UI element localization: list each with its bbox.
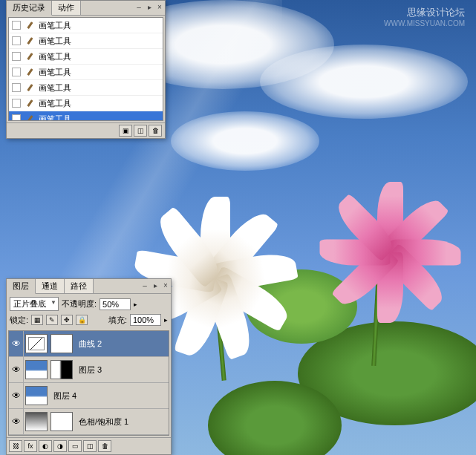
layer-item[interactable]: 👁 图层 3 (9, 357, 169, 383)
lock-transparency-icon[interactable]: ▦ (31, 315, 43, 325)
history-footer: ▣ ◫ 🗑 (7, 122, 165, 138)
tab-channels[interactable]: 通道 (36, 279, 65, 293)
brush-icon (24, 97, 36, 109)
lotus-pink (316, 145, 465, 293)
watermark: 思缘设计论坛 WWW.MISSYUAN.COM (384, 6, 465, 27)
blend-mode-dropdown[interactable]: 正片叠底 (10, 297, 59, 311)
layers-panel: 图层 通道 路径 – ▸ × 正片叠底 不透明度: 50% ▸ 锁定: ▦ ✎ … (6, 278, 172, 455)
layer-name[interactable]: 图层 4 (49, 390, 76, 402)
chevron-right-icon[interactable]: ▸ (164, 316, 168, 324)
tab-actions[interactable]: 动作 (52, 1, 81, 15)
minimize-icon[interactable]: – (134, 3, 144, 13)
history-item-label: 画笔工具 (39, 36, 71, 47)
new-group-icon[interactable]: ▭ (68, 440, 82, 452)
trash-icon[interactable]: 🗑 (149, 125, 162, 137)
layer-item[interactable]: 👁 曲线 2 (9, 331, 169, 357)
opacity-label: 不透明度: (62, 298, 97, 310)
add-mask-icon[interactable]: ◐ (39, 440, 52, 452)
new-state-icon[interactable]: ◫ (134, 125, 147, 137)
history-item-label: 画笔工具 (39, 20, 71, 31)
layer-name[interactable]: 图层 3 (74, 364, 102, 376)
brush-icon (24, 35, 36, 47)
layer-name[interactable]: 色相/饱和度 1 (74, 416, 128, 428)
history-panel-header: 历史记录 动作 – ▸ × (7, 1, 165, 16)
history-item[interactable]: 画笔工具 (9, 18, 163, 33)
history-item[interactable]: 画笔工具 (9, 80, 163, 96)
menu-icon[interactable]: ▸ (144, 3, 154, 13)
layers-footer: ⛓ fx ◐ ◑ ▭ ◫ 🗑 (7, 437, 171, 454)
layers-list: 👁 曲线 2 👁 图层 3 👁 图层 4 👁 色相/饱和度 1 (8, 330, 169, 436)
watermark-main: 思缘设计论坛 (384, 6, 465, 19)
trash-icon[interactable]: 🗑 (98, 440, 111, 452)
menu-icon[interactable]: ▸ (150, 281, 160, 292)
opacity-input[interactable]: 50% (100, 298, 131, 310)
tab-history[interactable]: 历史记录 (7, 1, 52, 16)
new-layer-icon[interactable]: ◫ (83, 440, 97, 452)
visibility-icon[interactable]: 👁 (9, 383, 24, 408)
lock-label: 锁定: (10, 315, 28, 326)
brush-icon (24, 113, 36, 121)
layer-thumbnail[interactable] (25, 360, 48, 379)
chevron-right-icon[interactable]: ▸ (134, 301, 137, 308)
layers-controls: 正片叠底 不透明度: 50% ▸ 锁定: ▦ ✎ ✥ 🔒 填充: 100% ▸ (7, 294, 171, 329)
layer-name[interactable]: 曲线 2 (74, 338, 102, 350)
history-item-label: 画笔工具 (39, 98, 71, 109)
layer-thumbnail[interactable] (25, 386, 48, 405)
new-snapshot-icon[interactable]: ▣ (119, 125, 132, 137)
adjustment-layer-icon[interactable]: ◑ (53, 440, 67, 452)
link-layers-icon[interactable]: ⛓ (9, 440, 22, 452)
tab-layers[interactable]: 图层 (7, 279, 36, 294)
history-list: 画笔工具 画笔工具 画笔工具 画笔工具 画笔工具 画笔工具 画笔工具 (8, 17, 163, 121)
brush-icon (24, 19, 36, 31)
layers-panel-header: 图层 通道 路径 – ▸ × (7, 279, 171, 294)
lock-position-icon[interactable]: ✥ (61, 315, 73, 325)
brush-icon (24, 50, 36, 62)
layer-mask-thumbnail[interactable] (50, 334, 73, 353)
history-item[interactable]: 画笔工具 (9, 49, 163, 65)
history-item-label: 画笔工具 (39, 67, 71, 78)
lock-pixels-icon[interactable]: ✎ (46, 315, 58, 325)
history-item[interactable]: 画笔工具 (9, 33, 163, 49)
history-item[interactable]: 画笔工具 (9, 96, 163, 111)
history-item-label: 画笔工具 (39, 114, 71, 122)
fill-input[interactable]: 100% (130, 314, 161, 326)
minimize-icon[interactable]: – (140, 281, 150, 292)
layer-thumbnail[interactable] (25, 334, 48, 353)
watermark-sub: WWW.MISSYUAN.COM (384, 19, 465, 27)
history-item-label: 画笔工具 (39, 82, 71, 94)
layer-mask-thumbnail[interactable] (50, 412, 73, 431)
brush-icon (24, 66, 36, 78)
tab-paths[interactable]: 路径 (65, 279, 94, 293)
layer-item[interactable]: 👁 色相/饱和度 1 (9, 409, 169, 435)
layer-fx-icon[interactable]: fx (24, 440, 37, 452)
layer-thumbnail[interactable] (25, 412, 48, 431)
close-icon[interactable]: × (154, 3, 165, 13)
history-item[interactable]: 画笔工具 (9, 111, 163, 121)
visibility-icon[interactable]: 👁 (9, 409, 24, 434)
lock-all-icon[interactable]: 🔒 (76, 315, 88, 325)
fill-label: 填充: (108, 315, 127, 326)
brush-icon (24, 82, 36, 94)
history-panel: 历史记录 动作 – ▸ × 画笔工具 画笔工具 画笔工具 画笔工具 画笔工具 画… (6, 0, 166, 139)
layer-mask-thumbnail[interactable] (50, 360, 73, 379)
layer-item[interactable]: 👁 图层 4 (9, 383, 169, 409)
history-item[interactable]: 画笔工具 (9, 65, 163, 80)
close-icon[interactable]: × (160, 281, 171, 292)
visibility-icon[interactable]: 👁 (9, 357, 24, 382)
visibility-icon[interactable]: 👁 (9, 331, 24, 356)
history-item-label: 画笔工具 (39, 51, 71, 62)
